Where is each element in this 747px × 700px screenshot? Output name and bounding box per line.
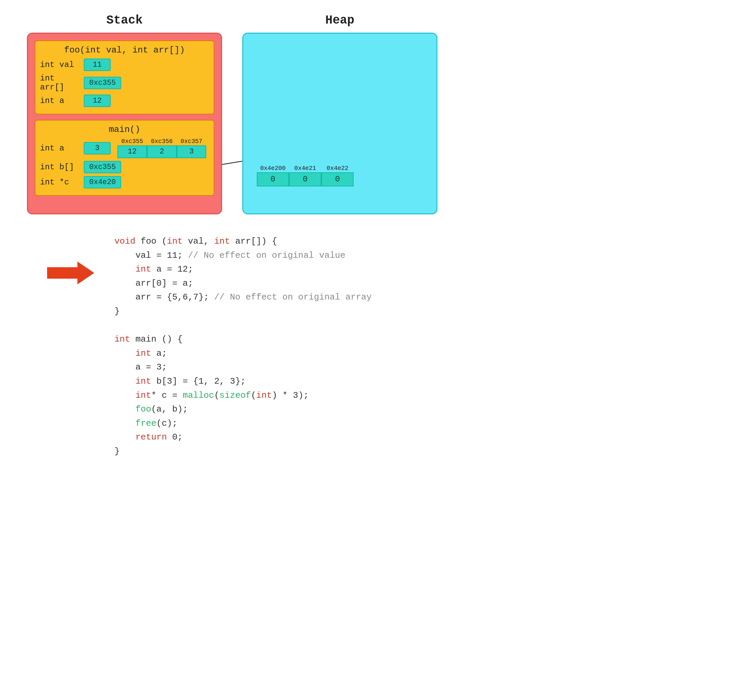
main-c-row: int *c 0x4e20 [40,176,209,189]
heap-val-2: 0 [321,172,354,186]
foo-val-value: 11 [84,59,111,71]
foo-frame-title: foo(int val, int arr[]) [40,45,209,55]
code-main-a3: a = 3; [114,360,372,375]
code-main-int-a: int a; [114,347,372,361]
main-b-value: 0xc355 [84,161,121,173]
array-addresses: 0xc355 0xc356 0xc357 [118,138,206,145]
main-frame-title: main() [40,124,209,135]
main-a-value: 3 [84,142,111,154]
arr-val-1: 2 [147,145,177,158]
foo-val-label: int val [40,60,80,70]
heap-addr-1: 0x4e21 [289,165,321,172]
foo-a-row: int a 12 [40,95,209,107]
main-c-value: 0x4e20 [84,176,121,189]
arrow-head [77,262,94,284]
foo-val-row: int val 11 [40,59,209,71]
addr-1: 0xc356 [147,138,177,145]
code-main-return: return 0; [114,431,372,444]
foo-frame: foo(int val, int arr[]) int val 11 int a… [35,40,214,115]
code-main-free: free(c); [114,417,372,431]
code-foo-arr0: arr[0] = a; [114,277,372,291]
heap-array-section: 0x4e200 0x4e21 0x4e22 0 0 0 [257,165,354,186]
heap-wrapper: Heap 0x4e200 0x4e21 0x4e22 0 0 0 [242,14,437,215]
heap-addr-2: 0x4e22 [321,165,354,172]
main-array-inline: 0xc355 0xc356 0xc357 12 2 3 [118,138,206,158]
main-c-label: int *c [40,178,80,187]
heap-values: 0 0 0 [257,172,354,186]
code-block: void foo (int val, int arr[]) { val = 11… [114,234,372,459]
diagram-section: Stack foo(int val, int arr[]) int val 11… [14,14,733,215]
code-main-malloc: int* c = malloc(sizeof(int) * 3); [114,389,372,403]
code-foo-arr-assign: arr = {5,6,7}; // No effect on original … [114,290,372,305]
code-foo-sig: void foo (int val, int arr[]) { [114,234,372,249]
arr-val-0: 12 [118,145,147,158]
main-b-label: int b[] [40,163,80,172]
code-main-close: } [114,444,372,459]
arr-val-2: 3 [177,145,206,158]
heap-title: Heap [242,14,437,27]
heap-addresses: 0x4e200 0x4e21 0x4e22 [257,165,354,172]
addr-0: 0xc355 [118,138,147,145]
code-main-b3: int b[3] = {1, 2, 3}; [114,375,372,389]
code-main-foo: foo(a, b); [114,402,372,417]
foo-arr-label: int arr[] [40,74,80,92]
foo-a-value: 12 [84,95,111,107]
foo-arr-value: 0xc355 [84,77,121,89]
stack-wrapper: Stack foo(int val, int arr[]) int val 11… [27,14,222,215]
arrow-body [47,267,77,279]
main-b-row: int b[] 0xc355 [40,161,209,173]
code-foo-close: } [114,305,372,319]
heap-val-1: 0 [289,172,321,186]
array-values: 12 2 3 [118,145,206,158]
heap-container: 0x4e200 0x4e21 0x4e22 0 0 0 [242,33,437,215]
code-main-sig: int main () { [114,333,372,347]
stack-title: Stack [27,14,222,27]
stack-container: foo(int val, int arr[]) int val 11 int a… [27,33,222,215]
addr-2: 0xc357 [177,138,206,145]
heap-val-0: 0 [257,172,289,186]
code-foo-int-a: int a = 12; [114,263,372,277]
foo-a-label: int a [40,96,80,105]
heap-addr-0: 0x4e200 [257,165,289,172]
foo-arr-row: int arr[] 0xc355 [40,74,209,92]
code-foo-val: val = 11; // No effect on original value [114,249,372,263]
main-a-row: int a 3 0xc355 0xc356 0xc357 12 2 3 [40,138,209,158]
main-a-label: int a [40,144,80,153]
main-frame: main() int a 3 0xc355 0xc356 0xc357 12 2 [35,120,214,196]
code-section: void foo (int val, int arr[]) { val = 11… [14,234,733,459]
arrow-indicator [47,262,94,284]
